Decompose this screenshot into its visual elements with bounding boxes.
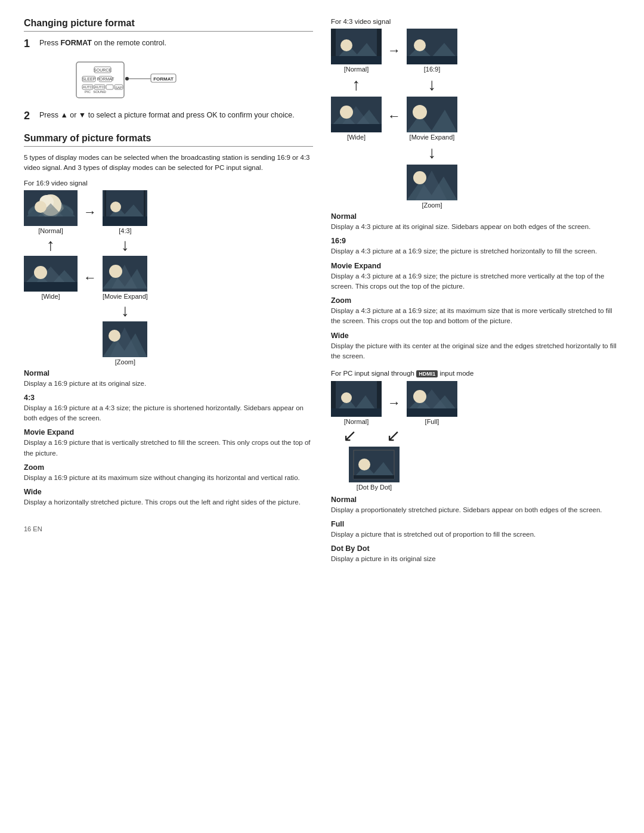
svg-rect-13 bbox=[106, 85, 113, 89]
desc-movie-expand-169-text: Display a 16:9 picture that is verticall… bbox=[24, 438, 313, 459]
remote-svg: SOURCE SLEEP FORMAT AUTO PIC AUTO SOUND … bbox=[41, 56, 208, 104]
label-full-pc: [Full] bbox=[425, 418, 439, 425]
page-footer: 16 EN bbox=[24, 525, 313, 532]
desc-43: 4:3 Display a 16:9 picture at a 4:3 size… bbox=[24, 394, 313, 424]
left-column: Changing picture format 1 Press FORMAT o… bbox=[24, 18, 313, 569]
desc-zoom-169-text: Display a 16:9 picture at its maximum si… bbox=[24, 473, 313, 483]
svg-rect-36 bbox=[24, 282, 78, 292]
tv-normal-pc: [Normal] bbox=[331, 381, 382, 425]
label-wide-43: [Wide] bbox=[347, 134, 366, 141]
desc-movie-expand-43-text: Display a 4:3 picture at a 16:9 size; th… bbox=[331, 271, 620, 292]
label-169-43: [16:9] bbox=[424, 66, 441, 73]
desc-wide-43: Wide Display the picture with its center… bbox=[331, 332, 620, 362]
arrow-down-movieexpand-zoom: ↓ bbox=[121, 302, 129, 319]
desc-normal-pc-text: Display a proportionately stretched pict… bbox=[331, 505, 620, 515]
signal-169-label: For 16:9 video signal bbox=[24, 179, 313, 187]
svg-rect-99 bbox=[354, 475, 394, 479]
section-summary: Summary of picture formats 5 types of di… bbox=[24, 133, 313, 507]
arrow-down-43-movieexpand: ↓ bbox=[121, 237, 129, 253]
svg-text:AUTO: AUTO bbox=[83, 85, 93, 89]
label-zoom-169: [Zoom] bbox=[115, 358, 135, 366]
desc-normal-169-title: Normal bbox=[24, 369, 313, 377]
svg-point-65 bbox=[340, 106, 353, 119]
tv-normal-43: [Normal] bbox=[331, 29, 382, 73]
arrow-right-pc-normal-full: → bbox=[388, 395, 401, 411]
step2-number: 2 bbox=[24, 110, 35, 122]
svg-point-86 bbox=[341, 392, 352, 403]
desc-zoom-169-title: Zoom bbox=[24, 463, 313, 472]
svg-text:PIC: PIC bbox=[85, 90, 91, 94]
label-wide-169: [Wide] bbox=[41, 293, 60, 300]
svg-text:FORMAT: FORMAT bbox=[153, 76, 174, 82]
desc-normal-43-text: Display a 4:3 picture at its original si… bbox=[331, 222, 620, 232]
desc-full: Full Display a picture that is stretched… bbox=[331, 520, 620, 540]
desc-wide-169-title: Wide bbox=[24, 488, 313, 496]
arrow-right-normal-43: → bbox=[83, 205, 97, 220]
arrow-left-zoom-wide: ← bbox=[83, 270, 97, 286]
svg-rect-87 bbox=[331, 408, 382, 417]
desc-zoom-43-title: Zoom bbox=[331, 296, 620, 305]
desc-43-title: 4:3 bbox=[24, 394, 313, 402]
section2-title: Summary of picture formats bbox=[24, 133, 313, 147]
desc-normal-169: Normal Display a 16:9 picture at its ori… bbox=[24, 369, 313, 389]
tv-wide-43: [Wide] bbox=[331, 97, 382, 141]
label-normal-169: [Normal] bbox=[38, 227, 63, 234]
arrow-up-169: ↑ bbox=[47, 237, 55, 253]
svg-rect-93 bbox=[407, 408, 457, 417]
svg-point-35 bbox=[34, 266, 47, 279]
desc-normal-pc-title: Normal bbox=[331, 496, 620, 504]
step1-row: 1 Press FORMAT on the remote control. bbox=[24, 38, 313, 50]
arrow-right-normal-169: → bbox=[388, 43, 401, 58]
desc-zoom-43-text: Display a 4:3 picture at a 16:9 size; at… bbox=[331, 306, 620, 327]
desc-movie-expand-43-title: Movie Expand bbox=[331, 262, 620, 270]
svg-rect-66 bbox=[331, 124, 382, 132]
tv-wide-169: [Wide] bbox=[24, 256, 78, 300]
tv-zoom-169: [Zoom] bbox=[103, 321, 147, 366]
arrow-down-movie-zoom-43: ↓ bbox=[428, 143, 436, 162]
signal-43-label: For 4:3 video signal bbox=[331, 18, 620, 25]
desc-movie-expand-43: Movie Expand Display a 4:3 picture at a … bbox=[331, 262, 620, 292]
svg-point-48 bbox=[109, 265, 122, 278]
step2-row: 2 Press ▲ or ▼ to select a picture forma… bbox=[24, 110, 313, 122]
desc-dot-by-dot-text: Display a picture in its original size bbox=[331, 554, 620, 564]
desc-movie-expand-169: Movie Expand Display a 16:9 picture that… bbox=[24, 428, 313, 459]
desc-169-43-text: Display a 4:3 picture at a 16:9 size; th… bbox=[331, 246, 620, 256]
svg-point-98 bbox=[358, 459, 370, 470]
label-movieexpand-43: [Movie Expand] bbox=[410, 134, 455, 141]
desc-dot-by-dot: Dot By Dot Display a picture in its orig… bbox=[331, 544, 620, 564]
svg-text:SLEEP: SLEEP bbox=[82, 77, 96, 81]
pc-signal-prefix: For PC input signal through bbox=[331, 370, 416, 377]
svg-point-59 bbox=[340, 39, 352, 51]
desc-normal-pc: Normal Display a proportionately stretch… bbox=[331, 496, 620, 515]
tv-dot-by-dot-pc: [Dot By Dot] bbox=[349, 447, 400, 491]
tv-43-169: [4:3] bbox=[103, 190, 147, 234]
svg-text:SAP: SAP bbox=[115, 86, 122, 89]
label-movieexpand-169: [Movie Expand] bbox=[103, 293, 148, 300]
svg-point-75 bbox=[413, 105, 427, 119]
tv-full-pc: [Full] bbox=[407, 381, 457, 425]
desc-zoom-169: Zoom Display a 16:9 picture at its maxim… bbox=[24, 463, 313, 483]
svg-text:FORMAT: FORMAT bbox=[97, 77, 114, 81]
pc-signal-label: For PC input signal through HDMI1 input … bbox=[331, 370, 620, 377]
svg-point-92 bbox=[413, 390, 426, 403]
svg-rect-71 bbox=[407, 56, 457, 64]
svg-point-42 bbox=[110, 202, 121, 212]
step1-number: 1 bbox=[24, 38, 35, 50]
desc-zoom-43: Zoom Display a 4:3 picture at a 16:9 siz… bbox=[331, 296, 620, 327]
svg-point-53 bbox=[109, 330, 120, 342]
svg-text:SOURCE: SOURCE bbox=[94, 68, 112, 72]
label-zoom-43: [Zoom] bbox=[422, 202, 442, 209]
pc-signal-suffix: input mode bbox=[438, 370, 473, 377]
section1-title: Changing picture format bbox=[24, 18, 313, 32]
desc-full-text: Display a picture that is stretched out … bbox=[331, 529, 620, 540]
desc-wide-43-text: Display the picture with its center at t… bbox=[331, 341, 620, 362]
desc-normal-43-title: Normal bbox=[331, 212, 620, 221]
desc-wide-169-text: Display a horizontally stretched picture… bbox=[24, 497, 313, 507]
label-normal-43: [Normal] bbox=[344, 66, 369, 73]
tv-movieexpand-169: [Movie Expand] bbox=[103, 256, 148, 300]
arrow-up-43: ↑ bbox=[352, 75, 361, 94]
desc-43-text: Display a 16:9 picture at a 4:3 size; th… bbox=[24, 403, 313, 424]
tv-normal-169: [Normal] bbox=[24, 190, 78, 234]
hdmi-badge: HDMI1 bbox=[416, 370, 438, 377]
tv-movieexpand-43: [Movie Expand] bbox=[407, 97, 457, 141]
